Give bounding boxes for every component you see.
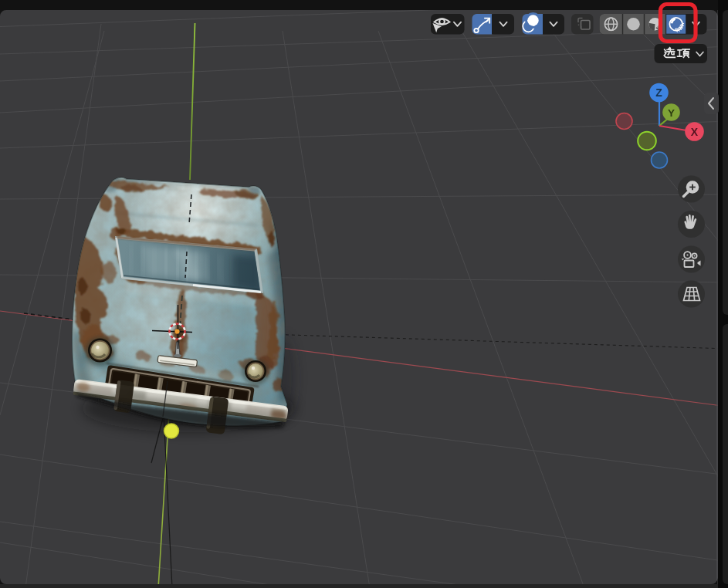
- svg-text:Z: Z: [655, 86, 662, 99]
- svg-text:X: X: [691, 126, 699, 138]
- svg-text:Y: Y: [668, 107, 675, 119]
